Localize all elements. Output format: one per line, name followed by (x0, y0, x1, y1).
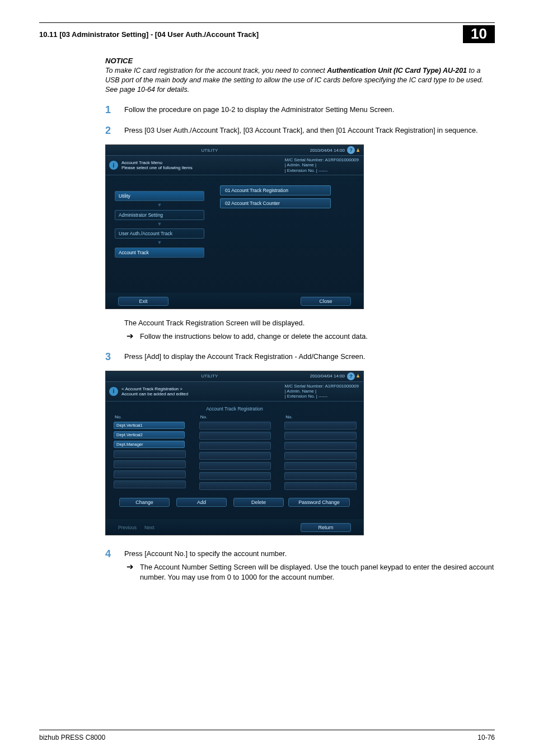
info-icon: i (109, 387, 118, 396)
column-header-2: No. (199, 414, 270, 419)
step-4-text: Press [Account No.] to specify the accou… (124, 549, 495, 559)
chevron-down-icon: ▼ (115, 242, 204, 244)
previous-button[interactable]: Previous (118, 525, 137, 530)
ss1-datetime: 2010/04/04 14:00 (310, 148, 345, 153)
section-header: 10.11 [03 Administrator Setting] - [04 U… (39, 30, 259, 39)
list-item-empty[interactable] (199, 422, 271, 430)
step-4-number: 4 (105, 549, 124, 582)
step-1-number: 1 (105, 105, 124, 116)
list-item-empty[interactable] (284, 452, 357, 460)
list-item-empty[interactable] (114, 460, 186, 468)
screenshot-account-track-registration: UTILITY 2010/04/04 14:00 ? ♟ i < Account… (105, 371, 364, 535)
list-item-empty[interactable] (284, 482, 357, 490)
return-button[interactable]: Return (301, 523, 351, 532)
ss1-utility-label: UTILITY (109, 148, 310, 153)
breadcrumb-admin-setting[interactable]: Administrator Setting (115, 210, 204, 220)
ss2-datetime: 2010/04/04 14:00 (310, 374, 345, 379)
column-header-1: No. (114, 414, 185, 419)
list-item-empty[interactable] (199, 432, 271, 440)
change-button[interactable]: Change (119, 498, 170, 507)
step-4-substep: The Account Number Setting Screen will b… (140, 562, 495, 582)
next-button[interactable]: Next (144, 525, 154, 530)
ss1-serial: M/C Serial Number: A1RF001000009 (284, 157, 359, 162)
ss2-info-line2: Account can be added and edited (121, 391, 188, 396)
help-icon[interactable]: ? (347, 146, 355, 154)
list-item-empty[interactable] (284, 472, 357, 480)
screenshot-account-track-menu: UTILITY 2010/04/04 14:00 ? ♟ i Account T… (105, 144, 364, 309)
exit-button[interactable]: Exit (118, 297, 168, 306)
footer-model: bizhub PRESS C8000 (39, 734, 105, 741)
info-icon: i (109, 161, 118, 170)
step-2-result: The Account Track Registration Screen wi… (124, 318, 495, 328)
list-item-empty[interactable] (284, 462, 357, 470)
notice-title: NOTICE (105, 57, 495, 65)
password-change-button[interactable]: Password Change (288, 498, 350, 507)
list-item-empty[interactable] (114, 480, 186, 488)
footer-page: 10-76 (477, 734, 495, 741)
help-icon[interactable]: ? (347, 372, 355, 380)
list-item-empty[interactable] (199, 472, 271, 480)
notice-body-bold: Authentication Unit (IC Card Type) AU-20… (327, 67, 467, 74)
ss2-info-line1: < Account Track Registration > (121, 386, 188, 391)
list-item-empty[interactable] (114, 450, 186, 458)
add-button[interactable]: Add (176, 498, 227, 507)
ss1-ext: | Extension No. | ------ (284, 168, 359, 173)
list-item[interactable]: Dept.Manager (114, 441, 185, 448)
step-1-text: Follow the procedure on page 10-2 to dis… (124, 105, 394, 116)
notice-body-prefix: To make IC card registration for the acc… (105, 67, 327, 74)
list-item[interactable]: Dept.Vertical2 (114, 431, 185, 438)
ss2-admin: | Admin. Name | (284, 389, 359, 394)
ss1-info-line2: Please select one of following items (121, 165, 193, 170)
step-2-number: 2 (105, 125, 124, 137)
ss1-admin: | Admin. Name | (284, 162, 359, 167)
arrow-right-icon: ➔ (124, 562, 140, 571)
list-item-empty[interactable] (199, 452, 271, 460)
delete-button[interactable]: Delete (233, 498, 284, 507)
step-3-number: 3 (105, 352, 124, 363)
list-item-empty[interactable] (199, 442, 271, 450)
notice-body: To make IC card registration for the acc… (105, 66, 495, 95)
user-icon[interactable]: ♟ (356, 374, 360, 379)
user-icon[interactable]: ♟ (356, 148, 360, 153)
list-item-empty[interactable] (284, 442, 357, 450)
list-item-empty[interactable] (284, 422, 357, 430)
menu-account-track-counter[interactable]: 02 Account Track Counter (220, 198, 331, 208)
step-2-substep: Follow the instructions below to add, ch… (140, 332, 368, 342)
list-item[interactable]: Dept.Vertical1 (114, 422, 185, 429)
step-2-text: Press [03 User Auth./Account Track], [03… (124, 125, 478, 137)
ss2-pane-title: Account Track Registration (113, 405, 357, 414)
ss1-info-line1: Account Track Menu (121, 160, 193, 165)
list-item-empty[interactable] (199, 462, 271, 470)
breadcrumb-user-auth[interactable]: User Auth./Account Track (115, 228, 204, 239)
close-button[interactable]: Close (301, 297, 351, 306)
arrow-right-icon: ➔ (124, 332, 140, 340)
ss2-serial: M/C Serial Number: A1RF001000009 (284, 384, 359, 389)
chevron-down-icon: ▼ (115, 223, 204, 226)
menu-account-track-registration[interactable]: 01 Account Track Registration (220, 185, 331, 195)
breadcrumb-utility[interactable]: Utility (115, 191, 204, 201)
list-item-empty[interactable] (114, 470, 186, 478)
breadcrumb-account-track[interactable]: Account Track (115, 248, 204, 258)
list-item-empty[interactable] (284, 432, 357, 440)
column-header-3: No. (284, 414, 355, 419)
ss2-ext: | Extension No. | ------ (284, 394, 359, 399)
chapter-number-box: 10 (463, 25, 495, 43)
chevron-down-icon: ▼ (115, 204, 204, 207)
ss2-utility-label: UTILITY (109, 374, 310, 379)
step-3-text: Press [Add] to display the Account Track… (124, 352, 365, 363)
list-item-empty[interactable] (199, 482, 271, 490)
